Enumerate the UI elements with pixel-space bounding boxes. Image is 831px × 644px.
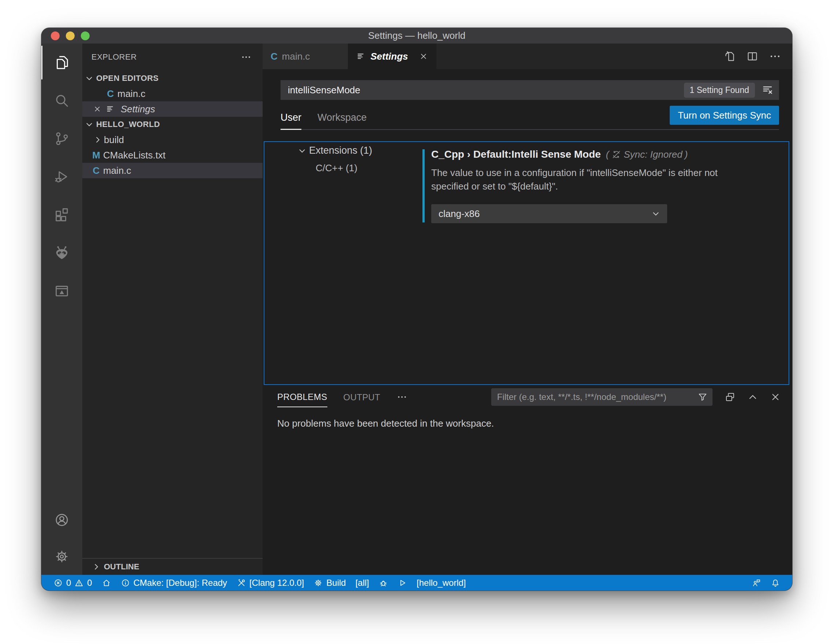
section-hello-world[interactable]: HELLO_WORLD: [82, 117, 263, 132]
toc-label: Extensions (1): [309, 145, 373, 156]
feedback-button[interactable]: [747, 578, 766, 588]
results-count-badge: 1 Setting Found: [684, 83, 755, 98]
tree-item-label: build: [104, 134, 124, 146]
tab-main-c[interactable]: C main.c: [263, 43, 348, 69]
activity-explorer[interactable]: [41, 43, 82, 81]
activity-run-debug[interactable]: [41, 158, 82, 196]
problems-filter-box: [491, 388, 713, 406]
tab-bar: C main.c Settings: [263, 43, 792, 69]
notifications-button[interactable]: [766, 578, 785, 588]
bottom-panel: PROBLEMS OUTPUT No problems have been de…: [263, 385, 792, 575]
activity-cmake[interactable]: [41, 272, 82, 310]
tree-item-label: main.c: [103, 165, 131, 176]
maximize-panel-icon[interactable]: [747, 391, 759, 403]
open-editor-main-c[interactable]: C main.c: [82, 86, 263, 101]
build-button[interactable]: Build: [309, 575, 350, 591]
scope-tab-user[interactable]: User: [280, 112, 301, 130]
explorer-more-actions-button[interactable]: [241, 52, 252, 62]
section-outline[interactable]: OUTLINE: [82, 558, 263, 575]
clear-filters-icon[interactable]: [761, 84, 774, 96]
setting-category: C_Cpp › Default:: [431, 148, 511, 160]
sidebar-title: EXPLORER: [91, 52, 137, 62]
build-target-label: [all]: [355, 578, 369, 588]
activity-robot-tool[interactable]: [41, 234, 82, 272]
activity-extensions[interactable]: [41, 196, 82, 234]
settings-search-input[interactable]: [288, 84, 684, 96]
warning-icon: [74, 578, 84, 588]
launch-target-item[interactable]: [hello_world]: [412, 575, 471, 591]
split-editor-icon[interactable]: [746, 50, 759, 62]
scope-tab-workspace[interactable]: Workspace: [317, 112, 367, 129]
problems-filter-input[interactable]: [497, 392, 697, 402]
tab-problems[interactable]: PROBLEMS: [277, 387, 327, 407]
section-open-editors[interactable]: OPEN EDITORS: [82, 71, 263, 86]
launch-target-label: [hello_world]: [417, 578, 466, 588]
setting-title: C_Cpp › Default: Intelli Sense Mode ( Sy…: [431, 148, 774, 160]
feedback-icon: [751, 578, 761, 588]
error-icon: [53, 578, 63, 588]
tree-item-label: CMakeLists.txt: [103, 150, 166, 161]
section-label: OPEN EDITORS: [96, 73, 159, 83]
robot-icon: [53, 244, 70, 261]
tree-item-main-c[interactable]: C main.c: [82, 163, 263, 178]
open-settings-json-icon[interactable]: [723, 50, 736, 62]
modified-setting-indicator: [422, 149, 425, 223]
setting-value-dropdown[interactable]: clang-x86: [431, 204, 667, 223]
problems-empty-message: No problems have been detected in the wo…: [277, 418, 494, 429]
source-control-icon: [53, 130, 70, 147]
close-panel-icon[interactable]: [770, 391, 781, 403]
zoom-window-button[interactable]: [81, 32, 90, 40]
toc-extensions[interactable]: Extensions (1): [298, 145, 373, 156]
status-bar: 0 0 CMake: [Debug]: Ready [Clang 12.0.0]…: [41, 575, 792, 591]
chevron-down-icon: [298, 146, 307, 156]
turn-on-settings-sync-button[interactable]: Turn on Settings Sync: [670, 106, 779, 125]
home-icon: [102, 578, 111, 588]
warning-count: 0: [87, 578, 92, 588]
run-debug-icon: [53, 168, 70, 185]
manage-button[interactable]: [41, 538, 82, 575]
section-label: HELLO_WORLD: [96, 120, 160, 129]
launch-button[interactable]: [393, 575, 412, 591]
tree-item-cmakelists[interactable]: M CMakeLists.txt: [82, 147, 263, 163]
activity-search[interactable]: [41, 81, 82, 120]
vscode-window: Settings — hello_world: [41, 28, 792, 591]
close-icon[interactable]: [419, 52, 428, 61]
cmake-status-label: CMake: [Debug]: Ready: [134, 578, 227, 588]
dropdown-value: clang-x86: [439, 208, 480, 220]
settings-scope-switcher: User Workspace Turn on Settings Sync: [280, 105, 779, 130]
c-file-icon: C: [105, 88, 116, 99]
desktop: Settings — hello_world: [0, 0, 831, 644]
build-target-item[interactable]: [all]: [351, 575, 374, 591]
setting-name: Intelli Sense Mode: [511, 148, 600, 160]
toc-cpp[interactable]: C/C++ (1): [316, 163, 357, 174]
sync-ignored-note: ( Sync: Ignored ): [606, 149, 688, 160]
account-icon: [54, 512, 70, 528]
tab-settings[interactable]: Settings: [348, 43, 436, 69]
tab-output[interactable]: OUTPUT: [344, 387, 380, 407]
kit-status-item[interactable]: [Clang 12.0.0]: [232, 575, 309, 591]
close-icon[interactable]: [93, 105, 102, 113]
close-window-button[interactable]: [51, 32, 60, 40]
activity-source-control[interactable]: [41, 120, 82, 158]
files-icon: [53, 54, 70, 71]
chevron-down-icon: [651, 209, 661, 218]
filter-icon[interactable]: [697, 392, 708, 403]
editor-actions: [723, 43, 792, 69]
debug-button[interactable]: [374, 575, 393, 591]
tree-item-build[interactable]: build: [82, 132, 263, 147]
settings-search-box: 1 Setting Found: [280, 80, 779, 100]
c-file-icon: C: [271, 51, 278, 62]
account-button[interactable]: [41, 502, 82, 538]
restore-panel-icon[interactable]: [724, 391, 736, 403]
minimize-window-button[interactable]: [66, 32, 75, 40]
more-icon[interactable]: [396, 392, 408, 403]
home-status-item[interactable]: [97, 575, 116, 591]
open-editor-label: Settings: [121, 104, 155, 115]
cmake-status-item[interactable]: CMake: [Debug]: Ready: [116, 575, 232, 591]
problems-status[interactable]: 0 0: [49, 575, 97, 591]
more-icon[interactable]: [769, 50, 781, 62]
build-label: Build: [326, 578, 345, 588]
tools-icon: [237, 578, 246, 588]
panel-header: PROBLEMS OUTPUT: [263, 385, 792, 409]
open-editor-settings[interactable]: Settings: [82, 101, 263, 117]
